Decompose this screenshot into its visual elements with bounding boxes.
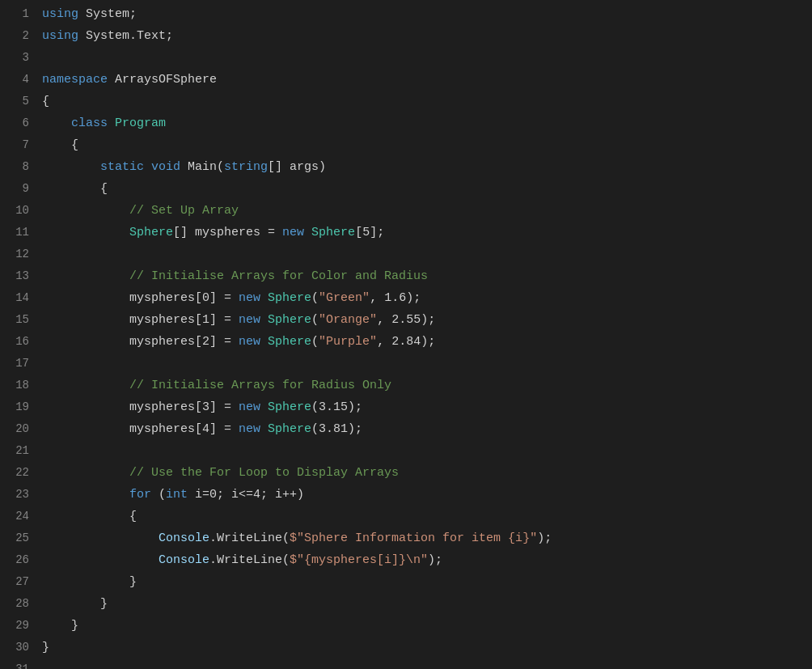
token: $"{myspheres[i]}\n" xyxy=(290,553,428,567)
token: .WriteLine( xyxy=(209,553,290,567)
token: // Initialise Arrays for Color and Radiu… xyxy=(129,269,428,283)
line-number: 1 xyxy=(0,3,29,24)
token xyxy=(42,226,129,239)
line-content: myspheres[4] = new Sphere(3.81); xyxy=(42,419,799,440)
code-line: 12 xyxy=(0,243,812,265)
line-content: Sphere[] myspheres = new Sphere[5]; xyxy=(42,222,799,243)
line-content xyxy=(42,48,799,69)
line-content: { xyxy=(42,135,799,156)
token xyxy=(260,335,268,349)
token: Sphere xyxy=(268,313,311,327)
code-line: 15 myspheres[1] = new Sphere("Orange", 2… xyxy=(0,309,812,331)
token: , 2.55); xyxy=(377,313,435,327)
token xyxy=(42,160,100,174)
line-content: } xyxy=(42,616,799,637)
token: [5]; xyxy=(355,226,384,239)
line-number: 24 xyxy=(0,506,29,527)
line-content: // Set Up Array xyxy=(42,201,799,222)
code-line: 1using System; xyxy=(0,3,812,25)
token xyxy=(42,204,129,218)
token: } xyxy=(42,619,78,633)
code-line: 22 // Use the For Loop to Display Arrays xyxy=(0,462,812,484)
line-content: // Initialise Arrays for Color and Radiu… xyxy=(42,266,799,287)
line-content: namespace ArraysOFSphere xyxy=(42,70,799,91)
token: "Purple" xyxy=(319,335,377,349)
token: myspheres[4] = xyxy=(42,422,239,436)
token: namespace xyxy=(42,73,108,87)
token: "Green" xyxy=(319,291,370,305)
line-content: Console.WriteLine($"{myspheres[i]}\n"); xyxy=(42,550,799,571)
token: , 1.6); xyxy=(370,291,421,305)
line-number: 26 xyxy=(0,549,29,570)
token: } xyxy=(42,597,108,611)
token: new xyxy=(239,422,260,436)
line-content: } xyxy=(42,572,799,593)
code-line: 30} xyxy=(0,637,812,658)
code-line: 16 myspheres[2] = new Sphere("Purple", 2… xyxy=(0,331,812,353)
code-line: 23 for (int i=0; i<=4; i++) xyxy=(0,484,812,506)
token: { xyxy=(42,182,108,196)
line-number: 20 xyxy=(0,418,29,439)
line-number: 18 xyxy=(0,375,29,396)
code-line: 25 Console.WriteLine($"Sphere Informatio… xyxy=(0,527,812,549)
token xyxy=(108,116,115,130)
token: new xyxy=(239,400,260,414)
token: using xyxy=(42,29,78,43)
token: using xyxy=(42,7,78,21)
line-number: 28 xyxy=(0,593,29,614)
code-line: 27 } xyxy=(0,571,812,593)
token: "Orange" xyxy=(319,313,377,327)
token: Sphere xyxy=(268,400,311,414)
token: , 2.84); xyxy=(377,335,435,349)
line-content: { xyxy=(42,179,799,200)
token: Console xyxy=(159,553,209,567)
token: Sphere xyxy=(268,335,311,349)
code-line: 8 static void Main(string[] args) xyxy=(0,156,812,178)
token: // Set Up Array xyxy=(129,204,239,218)
code-editor: 1using System;2using System.Text;3 4name… xyxy=(0,0,812,669)
token: (3.81); xyxy=(311,422,362,436)
token: Sphere xyxy=(129,226,173,239)
token: System.Text; xyxy=(78,29,173,43)
token: } xyxy=(42,575,137,589)
code-line: 26 Console.WriteLine($"{myspheres[i]}\n"… xyxy=(0,549,812,571)
line-content: for (int i=0; i<=4; i++) xyxy=(42,485,799,506)
token: [] args) xyxy=(268,160,326,174)
token xyxy=(260,313,268,327)
line-content: } xyxy=(42,637,799,658)
code-line: 7 { xyxy=(0,134,812,156)
token: new xyxy=(282,226,304,239)
token: myspheres[1] = xyxy=(42,313,239,327)
token: { xyxy=(42,138,78,152)
token: ( xyxy=(311,313,319,327)
token: ); xyxy=(428,553,442,567)
line-content xyxy=(42,441,799,462)
line-number: 10 xyxy=(0,200,29,221)
code-line: 13 // Initialise Arrays for Color and Ra… xyxy=(0,265,812,287)
code-line: 20 myspheres[4] = new Sphere(3.81); xyxy=(0,418,812,440)
line-content: // Use the For Loop to Display Arrays xyxy=(42,463,799,484)
line-number: 31 xyxy=(0,658,29,669)
line-content: static void Main(string[] args) xyxy=(42,157,799,178)
line-content: { xyxy=(42,506,799,527)
code-line: 3 xyxy=(0,47,812,69)
token: ( xyxy=(311,335,319,349)
line-content: myspheres[2] = new Sphere("Purple", 2.84… xyxy=(42,332,799,353)
token: i=0; i<=4; i++) xyxy=(188,488,304,502)
line-content xyxy=(42,244,799,265)
token xyxy=(42,531,159,545)
token: for xyxy=(129,488,151,502)
token: new xyxy=(239,291,260,305)
token xyxy=(260,400,268,414)
line-content: myspheres[3] = new Sphere(3.15); xyxy=(42,397,799,418)
line-content: class Program xyxy=(42,113,799,134)
token: ); xyxy=(537,531,552,545)
token: (3.15); xyxy=(311,400,362,414)
token xyxy=(144,160,151,174)
token xyxy=(42,269,129,283)
line-content: { xyxy=(42,91,799,112)
code-line: 24 { xyxy=(0,506,812,527)
line-number: 9 xyxy=(0,178,29,199)
token xyxy=(260,422,268,436)
line-number: 14 xyxy=(0,287,29,308)
